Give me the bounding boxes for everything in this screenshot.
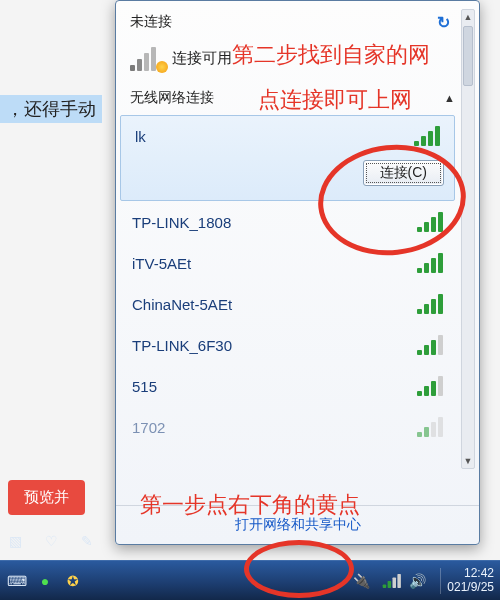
connect-button[interactable]: 连接(C) [363,160,444,186]
network-ssid: lk [135,128,146,145]
taskbar: ⌨ ● ✪ 🔌 🔊 12:42 021/9/25 [0,560,500,600]
wireless-section-header[interactable]: 无线网络连接 ▲ [116,81,479,115]
network-ssid: 1702 [132,419,165,436]
network-ssid: TP-LINK_6F30 [132,337,232,354]
connections-available-row: 连接可用 [116,37,479,81]
signal-strength-icon [417,253,447,273]
signal-strength-icon [417,376,447,396]
network-ssid: 515 [132,378,157,395]
wifi-flyout-panel: 未连接 连接可用 无线网络连接 ▲ lk 连接(C) TP-LINK_1808 … [115,0,480,545]
flyout-header: 未连接 [116,7,479,37]
tray-divider [440,568,441,594]
network-item[interactable]: 515 [118,365,457,406]
preview-button[interactable]: 预览并 [8,480,85,515]
scrollbar[interactable]: ▲ ▼ [461,9,475,469]
signal-strength-icon [417,417,447,437]
network-item[interactable]: TP-LINK_6F30 [118,324,457,365]
network-ssid: ChinaNet-5AEt [132,296,232,313]
not-connected-label: 未连接 [130,13,172,31]
refresh-icon[interactable] [437,13,455,31]
signal-available-icon [130,45,162,71]
network-ssid: TP-LINK_1808 [132,214,231,231]
scroll-down-icon[interactable]: ▼ [462,454,474,468]
network-item[interactable]: iTV-5AEt [118,242,457,283]
open-network-center-link[interactable]: 打开网络和共享中心 [116,505,479,544]
signal-strength-icon [417,294,447,314]
network-item[interactable]: 1702 [118,406,457,447]
clock-time: 12:42 [464,567,494,581]
network-item[interactable]: ChinaNet-5AEt [118,283,457,324]
signal-strength-icon [417,335,447,355]
power-tray-icon[interactable]: 🔌 [352,572,370,590]
clock-date: 021/9/25 [447,581,494,595]
scroll-thumb[interactable] [463,26,473,86]
network-tray-icon[interactable] [380,572,398,590]
network-item[interactable]: TP-LINK_1808 [118,201,457,242]
edit-icon[interactable]: ✎ [78,532,96,550]
wireless-section-title: 无线网络连接 [130,89,214,107]
background-selected-text: ，还得手动 [0,95,102,123]
volume-tray-icon[interactable]: 🔊 [408,572,426,590]
connections-available-label: 连接可用 [172,49,232,68]
heart-icon[interactable]: ♡ [42,532,60,550]
wechat-tray-icon[interactable]: ● [36,572,54,590]
app-bottom-toolbar: ▧ ♡ ✎ [6,532,96,550]
signal-strength-icon [417,212,447,232]
taskbar-clock[interactable]: 12:42 021/9/25 [447,567,494,595]
system-tray: 🔌 🔊 [352,572,426,590]
network-item-selected[interactable]: lk 连接(C) [120,115,455,201]
chevron-up-icon: ▲ [444,92,455,104]
scroll-up-icon[interactable]: ▲ [462,10,474,24]
network-list: lk 连接(C) TP-LINK_1808 iTV-5AEt ChinaNet-… [118,115,477,505]
image-icon[interactable]: ▧ [6,532,24,550]
network-ssid: iTV-5AEt [132,255,191,272]
keyboard-tray-icon[interactable]: ⌨ [8,572,26,590]
app-tray-icon[interactable]: ✪ [64,572,82,590]
signal-strength-icon [414,126,444,146]
